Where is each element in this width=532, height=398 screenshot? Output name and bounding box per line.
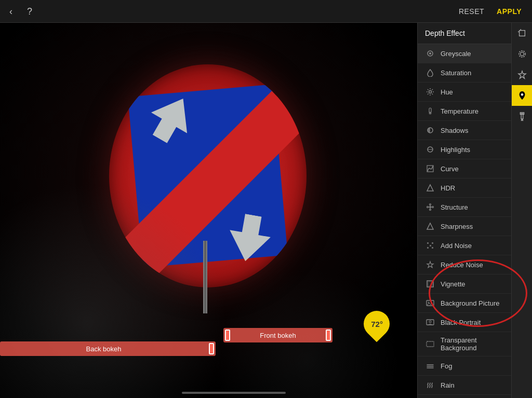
svg-marker-9 xyxy=(427,185,433,191)
menu-label-curve: Curve xyxy=(441,165,504,173)
menu-label-highlights: Highlights xyxy=(441,146,504,154)
vignette-icon xyxy=(425,279,435,289)
menu-label-sharpness: Sharpness xyxy=(441,223,504,230)
menu-item-shadows[interactable]: Shadows xyxy=(418,121,511,140)
menu-label-hdr: HDR xyxy=(441,184,504,192)
structure-icon xyxy=(425,202,435,212)
depth-effect-header: Depth Effect xyxy=(418,23,511,44)
back-bokeh-label: Back bokeh xyxy=(0,345,207,353)
back-bokeh-handle[interactable] xyxy=(209,343,214,354)
curve-icon xyxy=(425,163,435,174)
svg-rect-20 xyxy=(427,242,429,244)
depth-effect-label: Depth Effect xyxy=(425,29,465,37)
header-left: ‹ ? xyxy=(6,5,35,18)
menu-item-greyscale[interactable]: Greyscale xyxy=(418,44,511,63)
shadows-icon xyxy=(425,125,435,135)
svg-line-34 xyxy=(432,383,432,385)
menu-item-hdr[interactable]: HDR xyxy=(418,179,511,198)
menu-item-curve[interactable]: Curve xyxy=(418,159,511,179)
svg-point-30 xyxy=(429,321,431,323)
menu-item-structure[interactable]: Structure xyxy=(418,198,511,217)
black-portrait-icon xyxy=(425,317,435,327)
side-icon-effect[interactable] xyxy=(512,64,533,85)
add-noise-icon xyxy=(425,240,435,251)
front-bokeh-handle-right[interactable] xyxy=(326,330,331,341)
menu-item-transparent-background[interactable]: Transparent Background xyxy=(418,332,511,356)
menu-label-fog: Fog xyxy=(441,362,504,370)
side-icon-tune[interactable] xyxy=(512,44,533,64)
menu-label-temperature: Temperature xyxy=(441,107,504,115)
temp-value: 72° xyxy=(371,320,383,328)
svg-line-36 xyxy=(430,386,430,388)
background-picture-icon xyxy=(425,298,435,308)
menu-label-hue: Hue xyxy=(441,88,504,96)
help-button[interactable]: ? xyxy=(24,5,35,18)
front-bokeh-label: Front bokeh xyxy=(232,332,324,339)
menu-list: GreyscaleSaturationHueTemperatureShadows… xyxy=(418,44,511,398)
menu-label-transparent-background: Transparent Background xyxy=(441,336,504,352)
svg-point-4 xyxy=(429,112,432,115)
side-icon-crop[interactable] xyxy=(512,23,533,44)
menu-item-rain[interactable]: Rain xyxy=(418,376,511,395)
temperature-pin[interactable]: 72° xyxy=(364,311,390,337)
apply-button[interactable]: APPLY xyxy=(493,5,526,18)
rain-icon xyxy=(425,380,435,390)
sharpness-icon xyxy=(425,221,435,231)
header-right: RESET APPLY xyxy=(455,5,526,18)
scroll-bar[interactable] xyxy=(182,392,286,394)
menu-item-saturation[interactable]: Saturation xyxy=(418,63,511,83)
svg-rect-31 xyxy=(427,341,434,347)
menu-item-hue[interactable]: Hue xyxy=(418,83,511,102)
svg-point-2 xyxy=(429,91,432,93)
menu-item-vignette[interactable]: Vignette xyxy=(418,275,511,294)
menu-label-rain: Rain xyxy=(441,381,504,389)
menu-label-vignette: Vignette xyxy=(441,280,504,288)
front-bokeh-handle-left[interactable] xyxy=(225,330,230,341)
menu-label-background-picture: Background Picture xyxy=(441,299,504,307)
menu-item-highlights[interactable]: Highlights xyxy=(418,140,511,159)
hdr-icon xyxy=(425,183,435,193)
svg-rect-23 xyxy=(427,247,429,249)
menu-item-fog[interactable]: Fog xyxy=(418,356,511,376)
temperature-icon xyxy=(425,106,435,116)
svg-line-33 xyxy=(430,383,430,385)
menu-item-add-noise[interactable]: Add Noise xyxy=(418,236,511,255)
menu-item-snow[interactable]: Snow xyxy=(418,395,511,398)
reset-button[interactable]: RESET xyxy=(455,5,488,18)
menu-label-structure: Structure xyxy=(441,203,504,211)
svg-point-42 xyxy=(520,52,524,56)
menu-label-reduce-noise: Reduce Noise xyxy=(441,261,504,269)
svg-point-44 xyxy=(521,93,523,96)
svg-line-35 xyxy=(428,386,428,388)
greyscale-icon xyxy=(425,48,435,59)
main-canvas: 72° Front bokeh Back bokeh xyxy=(0,23,438,398)
svg-point-43 xyxy=(518,51,525,58)
front-bokeh-slider[interactable]: Front bokeh xyxy=(223,328,332,342)
svg-rect-21 xyxy=(430,245,431,246)
side-icon-brush[interactable] xyxy=(512,106,533,127)
temp-pin-body: 72° xyxy=(358,306,395,342)
saturation-icon xyxy=(425,67,435,78)
menu-item-temperature[interactable]: Temperature xyxy=(418,102,511,121)
back-bokeh-slider[interactable]: Back bokeh xyxy=(0,341,216,356)
menu-item-background-picture[interactable]: Background Picture xyxy=(418,294,511,313)
menu-label-shadows: Shadows xyxy=(441,127,504,134)
menu-item-sharpness[interactable]: Sharpness xyxy=(418,217,511,236)
menu-label-greyscale: Greyscale xyxy=(441,50,504,58)
menu-item-black-portrait[interactable]: Black Portrait xyxy=(418,313,511,332)
svg-line-32 xyxy=(428,383,428,385)
back-button[interactable]: ‹ xyxy=(6,5,16,18)
right-panel: Depth Effect GreyscaleSaturationHueTempe… xyxy=(417,23,511,398)
transparent-background-icon xyxy=(425,339,435,349)
svg-rect-39 xyxy=(519,31,525,36)
svg-point-1 xyxy=(429,52,431,54)
menu-item-reduce-noise[interactable]: Reduce Noise xyxy=(418,255,511,275)
svg-line-37 xyxy=(432,386,432,388)
hue-icon xyxy=(425,87,435,97)
side-icon-pin[interactable] xyxy=(512,85,533,106)
svg-marker-19 xyxy=(427,223,433,229)
menu-label-saturation: Saturation xyxy=(441,69,504,77)
svg-rect-26 xyxy=(428,282,432,286)
menu-label-add-noise: Add Noise xyxy=(441,242,504,250)
reduce-noise-icon xyxy=(425,259,435,270)
